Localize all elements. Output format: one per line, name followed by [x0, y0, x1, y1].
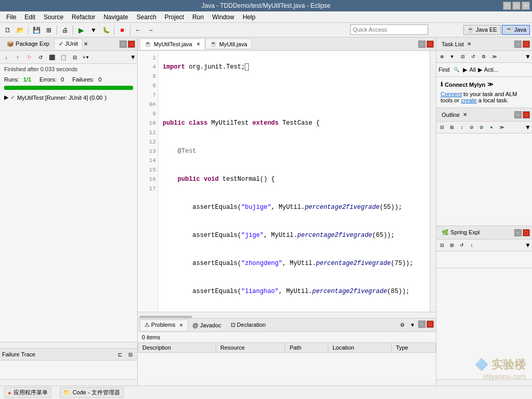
print-btn[interactable]: 🖨 [59, 24, 71, 36]
left-panel-minimize[interactable]: − [119, 41, 127, 48]
outline-minimize[interactable]: − [514, 111, 522, 118]
save-btn[interactable]: 💾 [31, 24, 42, 36]
junit-stop[interactable]: ⬛ [47, 52, 57, 62]
tab-myutil[interactable]: ☕ MyUtil.java [205, 38, 252, 49]
tab-myutiltest[interactable]: ☕ MyUtilTest.java ✕ [140, 38, 205, 49]
outline-expand[interactable]: ⊞ [447, 123, 457, 132]
menu-edit[interactable]: Edit [20, 12, 39, 22]
outline-expand-btn[interactable]: ▼ [525, 124, 531, 131]
minimize-btn[interactable]: − [503, 2, 511, 10]
open-btn[interactable]: 📂 [15, 24, 26, 36]
task-expand[interactable]: ▼ [525, 53, 531, 60]
editor-h-scroll[interactable] [138, 312, 436, 318]
tab-declaration[interactable]: ⊡ Declaration [226, 320, 271, 330]
menu-search[interactable]: Search [132, 12, 161, 22]
perspective-java[interactable]: ☕ Java [502, 25, 530, 35]
left-panel-h-scroll[interactable] [0, 379, 137, 385]
find-bar: Find 🔍 ▶ All ▶ Acti... [436, 63, 532, 77]
junit-close-x[interactable]: ✕ [83, 40, 89, 48]
outline-filter1[interactable]: ⊘ [467, 123, 476, 132]
task-dropdown-btn[interactable]: ▼ [447, 52, 457, 61]
task-filter-btn[interactable]: ⊟ [458, 52, 468, 61]
task-add-btn[interactable]: ⊕ [437, 52, 447, 61]
debug-btn[interactable]: 🐛 [100, 24, 112, 36]
failure-filter-btn[interactable]: ⊟ [126, 350, 135, 359]
spring-sort[interactable]: ↕ [467, 241, 476, 250]
spring-expand[interactable]: ⊞ [447, 241, 457, 250]
tab-package-explorer[interactable]: 📦 Package Exp [2, 38, 54, 49]
tab-problems[interactable]: ⚠ Problems ✕ [140, 320, 188, 330]
outline-green-dot[interactable]: ● [487, 123, 496, 132]
menu-source[interactable]: Source [39, 12, 68, 22]
tab-junit[interactable]: ✓ JUnit [54, 38, 83, 49]
task-maximize[interactable]: □ [523, 41, 530, 48]
editor-v-scrollbar[interactable] [430, 51, 436, 312]
tab-javadoc[interactable]: @ Javadoc [188, 320, 226, 330]
junit-h-scroll[interactable] [0, 342, 137, 348]
menu-project[interactable]: Project [161, 12, 188, 22]
back-btn[interactable]: ← [132, 24, 144, 36]
task-minimize[interactable]: − [514, 41, 522, 48]
task-more-btn[interactable]: ≫ [489, 52, 499, 61]
junit-settings[interactable]: ≡▼ [81, 52, 91, 62]
save-all-btn[interactable]: ⊞ [43, 24, 55, 36]
outline-tab-close[interactable]: ✕ [463, 112, 467, 117]
app-menu-btn[interactable]: ● 应用程序菜单 [4, 387, 51, 398]
junit-error-only[interactable]: ⚐ [24, 52, 34, 62]
menu-help[interactable]: Help [238, 12, 260, 22]
junit-expand[interactable]: ▼ [130, 54, 136, 61]
problems-tab-close[interactable]: ✕ [179, 323, 183, 328]
connect-expand-btn[interactable]: ≫ [487, 81, 494, 88]
find-btn[interactable]: 🔍 [451, 65, 461, 74]
spring-refresh[interactable]: ↺ [457, 241, 467, 250]
stop-btn[interactable]: ■ [116, 24, 128, 36]
failure-copy-btn[interactable]: ⊏ [115, 350, 125, 359]
perspective-java-ee[interactable]: ☕ Java EE [463, 25, 501, 35]
bottom-dropdown-btn[interactable]: ▼ [408, 321, 417, 330]
spring-minimize[interactable]: − [514, 229, 522, 236]
run-btn[interactable]: ▶ [75, 24, 87, 36]
junit-history[interactable]: 📋 [58, 52, 69, 62]
run-dropdown[interactable]: ▼ [88, 24, 99, 36]
editor-maximize[interactable]: □ [427, 41, 434, 48]
forward-btn[interactable]: → [145, 24, 156, 36]
bottom-maximize[interactable]: □ [427, 321, 434, 328]
code-content[interactable]: import org.junit.Test; public class MyUt… [158, 51, 430, 312]
outline-sort[interactable]: ↕ [457, 123, 467, 132]
task-sync-btn[interactable]: ↺ [469, 52, 478, 61]
spring-collapse[interactable]: ⊟ [437, 241, 447, 250]
outline-more[interactable]: ≫ [497, 123, 506, 132]
junit-next-failure[interactable]: ↓ [1, 52, 11, 62]
outline-collapse[interactable]: ⊟ [437, 123, 447, 132]
task-settings-btn[interactable]: ⚙ [479, 52, 488, 61]
menu-run[interactable]: Run [188, 12, 208, 22]
menu-file[interactable]: File [2, 12, 20, 22]
spring-maximize[interactable]: □ [523, 229, 530, 236]
file-manager-btn[interactable]: 📁 Code - 文件管理器 [60, 387, 124, 398]
connect-link[interactable]: Connect [441, 91, 462, 97]
junit-layout[interactable]: ⊟ [70, 52, 80, 62]
window-controls[interactable]: − □ × [503, 2, 530, 10]
outline-filter2[interactable]: ⊘ [477, 123, 486, 132]
restore-btn[interactable]: □ [512, 2, 521, 10]
outline-maximize[interactable]: □ [523, 111, 530, 118]
junit-rerun[interactable]: ↺ [35, 52, 46, 62]
menu-navigate[interactable]: Navigate [99, 12, 132, 22]
editor-minimize[interactable]: − [418, 41, 425, 48]
create-link[interactable]: create [461, 97, 477, 103]
menu-refactor[interactable]: Refactor [68, 12, 99, 22]
bottom-settings-btn[interactable]: ⚙ [397, 321, 407, 330]
junit-prev-failure[interactable]: ↑ [12, 52, 23, 62]
quick-access-input[interactable] [350, 24, 428, 35]
close-btn[interactable]: × [522, 2, 530, 10]
editor-area[interactable]: 1 4 5 6 7 8⊖ 9 10 11 12 13 14 15 16 17 i… [138, 51, 436, 312]
junit-tree-item[interactable]: ▶ ✓ MyUtilTest [Runner: JUnit 4] (0.00 ) [2, 93, 135, 102]
task-list-tab-close[interactable]: ✕ [467, 41, 471, 47]
new-btn[interactable]: 🗋 [2, 24, 14, 36]
h-scroll-thumb[interactable] [140, 316, 192, 318]
bottom-minimize[interactable]: − [418, 321, 425, 328]
left-panel-maximize[interactable]: □ [128, 41, 135, 48]
spring-expand-btn[interactable]: ▼ [525, 242, 531, 249]
menu-window[interactable]: Window [208, 12, 238, 22]
tab-myutiltest-close[interactable]: ✕ [196, 42, 201, 47]
